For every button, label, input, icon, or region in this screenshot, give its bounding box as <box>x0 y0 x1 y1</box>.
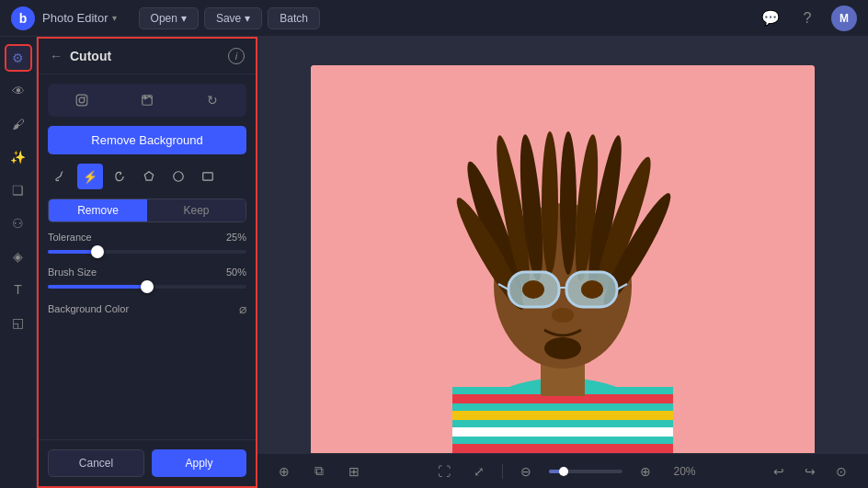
tolerance-thumb[interactable] <box>91 245 104 258</box>
remove-button[interactable]: Remove <box>49 199 147 221</box>
tab-image-edit[interactable] <box>117 87 178 113</box>
open-chevron-icon: ▾ <box>181 12 187 25</box>
svg-marker-5 <box>144 172 153 180</box>
app-title: Photo Editor <box>42 11 108 25</box>
magic-wand-tool[interactable]: ⚡ <box>77 164 103 189</box>
sidebar-item-texture[interactable]: ◈ <box>5 243 32 270</box>
svg-point-35 <box>544 337 581 359</box>
bg-color-row: Background Color ⌀ <box>48 301 246 316</box>
layers-bottom-icon[interactable]: ⊕ <box>272 460 296 483</box>
expand-icon[interactable]: ⤢ <box>467 460 491 483</box>
svg-rect-0 <box>76 95 87 106</box>
eyedropper-icon[interactable]: ⌀ <box>239 301 246 316</box>
undo-icon[interactable]: ↩ <box>767 460 791 483</box>
bottom-center: ⛶ ⤢ ⊖ ⊕ 20% <box>432 460 702 483</box>
tolerance-label: Tolerance <box>48 232 92 243</box>
brush-size-fill <box>48 285 147 289</box>
svg-point-1 <box>79 97 85 103</box>
svg-point-20 <box>542 131 558 275</box>
back-button[interactable]: ← <box>50 49 63 63</box>
svg-point-32 <box>522 280 544 299</box>
save-button[interactable]: Save ▾ <box>204 7 262 29</box>
svg-point-2 <box>85 96 86 98</box>
svg-rect-7 <box>203 173 213 180</box>
tab-refresh[interactable]: ↻ <box>181 87 243 113</box>
zoom-divider <box>502 464 503 479</box>
bottom-left: ⊕ ⧉ ⊞ <box>272 460 366 483</box>
sidebar-item-people[interactable]: ⚇ <box>5 210 32 237</box>
keep-button[interactable]: Keep <box>147 199 246 221</box>
zoom-in-icon[interactable]: ⊕ <box>634 460 657 483</box>
svg-rect-12 <box>452 411 673 420</box>
panel-header: ← Cutout i <box>39 39 256 74</box>
sidebar-item-adjustments[interactable]: ⚙ <box>5 44 32 72</box>
svg-point-6 <box>174 172 184 182</box>
brush-size-label: Brush Size <box>48 267 97 278</box>
photo-canvas <box>311 65 815 460</box>
help-icon[interactable]: ? <box>794 6 820 31</box>
icon-bar: ⚙ 👁 🖌 ✨ ❏ ⚇ ◈ T ◱ <box>0 37 37 488</box>
tolerance-value: 25% <box>226 232 246 243</box>
svg-rect-14 <box>452 444 673 453</box>
svg-point-21 <box>560 131 577 275</box>
tab-instagram[interactable] <box>51 87 113 113</box>
tolerance-fill <box>48 250 97 254</box>
apply-button[interactable]: Apply <box>152 449 246 477</box>
avatar[interactable]: M <box>831 6 857 31</box>
chat-icon[interactable]: 💬 <box>758 6 783 31</box>
redo-icon[interactable]: ↪ <box>798 460 822 483</box>
topbar: b Photo Editor ▾ Open ▾ Save ▾ Batch 💬 ?… <box>0 0 868 37</box>
svg-point-33 <box>581 280 603 299</box>
svg-point-4 <box>144 97 146 99</box>
zoom-slider-thumb[interactable] <box>559 467 568 476</box>
action-row: Cancel Apply <box>39 439 256 486</box>
canvas-content <box>311 65 815 460</box>
lasso-tool[interactable] <box>107 164 132 189</box>
sidebar-item-paint[interactable]: 🖌 <box>5 110 32 138</box>
bottom-right: ↩ ↪ ⊙ <box>767 460 853 483</box>
open-button[interactable]: Open ▾ <box>139 7 199 29</box>
sidebar-item-layers[interactable]: ❏ <box>5 176 32 204</box>
rect-tool[interactable] <box>195 164 221 189</box>
info-button[interactable]: i <box>228 48 245 64</box>
title-chevron-icon: ▾ <box>112 13 117 23</box>
cancel-button[interactable]: Cancel <box>48 449 144 477</box>
polygon-tool[interactable] <box>136 164 162 189</box>
frames-icon[interactable]: ⧉ <box>307 460 331 483</box>
bottom-bar: ⊕ ⧉ ⊞ ⛶ ⤢ ⊖ ⊕ 20% ↩ ↪ ⊙ <box>257 453 868 488</box>
history-icon[interactable]: ⊙ <box>829 460 853 483</box>
circle-tool[interactable] <box>166 164 191 189</box>
main-area: ⚙ 👁 🖌 ✨ ❏ ⚇ ◈ T ◱ ← Cutout i ↻ <box>0 37 868 488</box>
zoom-percentage: 20% <box>668 465 702 478</box>
sidebar-item-magic[interactable]: ✨ <box>5 143 32 171</box>
app-title-area[interactable]: Photo Editor ▾ <box>42 11 117 25</box>
brush-tool[interactable] <box>48 164 74 189</box>
bg-color-label: Background Color <box>48 303 129 314</box>
cutout-panel: ← Cutout i ↻ Remove Background <box>37 37 257 488</box>
svg-point-34 <box>552 308 574 323</box>
topbar-right: 💬 ? M <box>758 6 857 31</box>
sidebar-item-shape[interactable]: ◱ <box>5 309 32 336</box>
brush-size-track <box>48 285 246 289</box>
grid-icon[interactable]: ⊞ <box>342 460 366 483</box>
save-chevron-icon: ▾ <box>245 12 250 25</box>
fit-icon[interactable]: ⛶ <box>432 460 456 483</box>
panel-tabs: ↻ <box>48 84 246 117</box>
zoom-slider-track[interactable] <box>549 470 622 473</box>
remove-background-button[interactable]: Remove Background <box>48 126 246 154</box>
batch-button[interactable]: Batch <box>268 7 320 29</box>
zoom-out-icon[interactable]: ⊖ <box>514 460 538 483</box>
remove-keep-toggle: Remove Keep <box>48 199 246 222</box>
panel-body: ↻ Remove Background ⚡ <box>39 74 256 439</box>
brush-size-value: 50% <box>226 267 246 278</box>
topbar-actions: Open ▾ Save ▾ Batch <box>139 7 320 29</box>
sidebar-item-text[interactable]: T <box>5 276 32 303</box>
brush-size-thumb[interactable] <box>141 280 154 293</box>
svg-rect-13 <box>452 427 673 437</box>
brush-size-slider-row: Brush Size 50% <box>48 267 246 292</box>
tool-icons: ⚡ <box>48 164 246 189</box>
panel-title: Cutout <box>70 49 221 63</box>
canvas-area: ⊕ ⧉ ⊞ ⛶ ⤢ ⊖ ⊕ 20% ↩ ↪ ⊙ <box>257 37 868 488</box>
tolerance-slider-row: Tolerance 25% <box>48 232 246 257</box>
sidebar-item-eye[interactable]: 👁 <box>5 77 32 105</box>
